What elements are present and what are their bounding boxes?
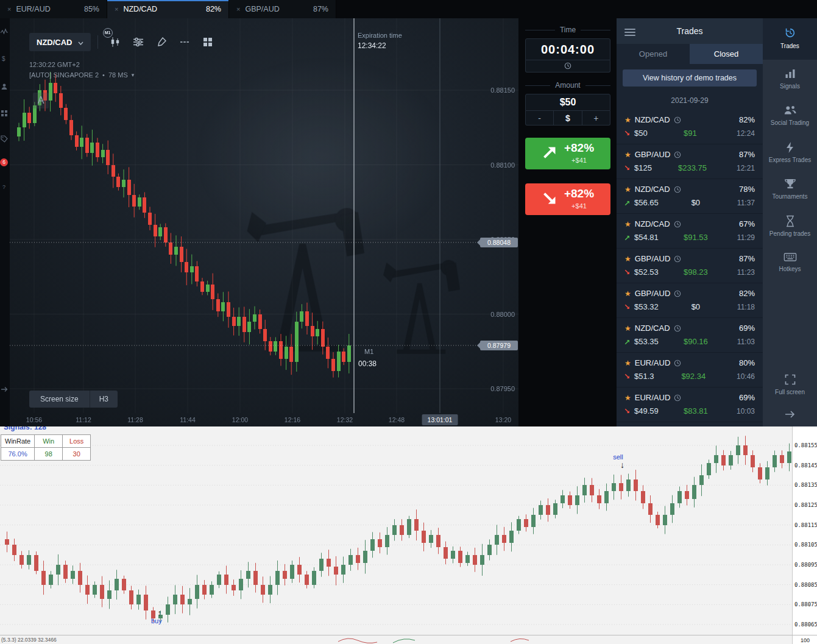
tab-payout-percent: 82%	[206, 5, 221, 13]
trade-percent: 87%	[739, 254, 755, 263]
trade-asset: NZD/CAD	[635, 324, 670, 333]
star-icon: ★	[624, 255, 631, 263]
zoom-preset-button[interactable]: H3	[90, 391, 118, 408]
server-name-label: [AUTO] SINGAPORE 2	[29, 71, 99, 79]
sidebar-item-label: Pending trades	[769, 230, 810, 238]
time-axis-label: 11:12	[76, 416, 91, 423]
time-label: Time	[560, 26, 576, 34]
trade-row[interactable]: ★GBP/AUD82%$53.32$011:18	[617, 283, 763, 318]
trade-row[interactable]: ★GBP/AUD87%$125$233.7512:21	[617, 144, 763, 179]
time-axis[interactable]: 10:5611:1211:2811:4412:0012:1612:3212:48…	[10, 413, 518, 426]
sidebar-item-pending-trades[interactable]: Pending trades	[763, 209, 817, 244]
trade-row[interactable]: ★GBP/AUD87%$52.53$98.2311:23	[617, 249, 763, 283]
fullscreen-button[interactable]: Full screen	[763, 367, 817, 403]
trade-row[interactable]: ★NZD/CAD69%$53.35$90.1611:03	[617, 318, 763, 353]
dollar-icon[interactable]: $	[1, 54, 8, 65]
trades-date: 2021-09-29	[617, 90, 763, 110]
direction-down-icon	[624, 373, 631, 380]
tag-icon[interactable]	[1, 134, 8, 145]
winrate-value: 98	[35, 448, 63, 461]
close-tab-icon[interactable]: ×	[236, 5, 240, 13]
trade-time: 11:23	[727, 268, 755, 277]
trade-time: 11:03	[727, 338, 755, 346]
screen-size-button[interactable]: Screen size	[29, 391, 90, 408]
drawing-tools-button[interactable]	[151, 33, 172, 51]
trade-row[interactable]: ★NZD/CAD78%$56.65$011:37	[617, 179, 763, 214]
sell-payout: +$41	[571, 202, 587, 210]
apps-icon[interactable]	[1, 108, 8, 119]
main-chart[interactable]: 0.881500.881000.880500.880000.87950 0.88…	[10, 18, 518, 426]
time-axis-label: 13:20	[495, 416, 511, 423]
sidebar-item-tournaments[interactable]: Tournaments	[763, 172, 817, 207]
star-icon: ★	[624, 116, 631, 124]
signals-count-label: Signals: 128	[4, 426, 46, 431]
amount-input[interactable]: $50	[525, 94, 610, 111]
zoom-controls: Screen size H3	[29, 391, 118, 408]
price-scale-label: 0.88115	[794, 522, 817, 528]
trade-row[interactable]: ★NZD/CAD82%$50$9112:24	[617, 110, 763, 144]
buy-label: buy	[151, 617, 162, 625]
analysis-chart[interactable]: Signals: 128 WinRateWinLoss76.0%9830 ↑ b…	[0, 426, 817, 644]
sidebar-item-express-trades[interactable]: Express Trades	[763, 135, 817, 171]
tab-opened[interactable]: Opened	[617, 44, 690, 64]
server-info[interactable]: [AUTO] SINGAPORE 2 • 78 MS ▾	[29, 71, 134, 79]
help-icon[interactable]: ?	[1, 182, 8, 193]
server-clock: 12:30:22 GMT+2	[29, 61, 80, 68]
trade-profit: $92.34	[658, 372, 723, 381]
sidebar-item-social-trading[interactable]: Social Trading	[763, 98, 817, 133]
user-icon[interactable]	[1, 82, 8, 93]
chart-settings-button[interactable]	[128, 33, 149, 51]
collapse-sidebar-button[interactable]	[763, 404, 817, 425]
expand-toolbar-icon[interactable]	[1, 384, 8, 395]
layout-button[interactable]	[197, 33, 218, 51]
trade-row[interactable]: ★EUR/AUD69%$49.59$83.8110:03	[617, 387, 763, 422]
close-tab-icon[interactable]: ×	[115, 5, 118, 13]
candle-timeframe-label: M1	[364, 348, 373, 355]
analysis-candlestick-plot[interactable]	[0, 426, 792, 644]
sidebar-item-hotkeys[interactable]: Hotkeys	[763, 246, 817, 280]
amount-increase-button[interactable]: +	[582, 111, 610, 125]
close-tab-icon[interactable]: ×	[7, 5, 11, 13]
time-picker-button[interactable]	[525, 60, 610, 73]
asset-tab-eur-aud[interactable]: ×EUR/AUD85%	[0, 0, 107, 18]
symbol-selector[interactable]: NZD/CAD	[29, 33, 91, 51]
notification-badge: 6	[0, 158, 8, 166]
asset-tab-gbp-aud[interactable]: ×GBP/AUD87%	[229, 0, 336, 18]
sidebar-items: TradesSignalsSocial TradingExpress Trade…	[763, 18, 817, 281]
trade-amount: $53.35	[634, 337, 659, 346]
tab-closed[interactable]: Closed	[690, 44, 763, 64]
sidebar-item-label: Signals	[780, 83, 800, 91]
trade-percent: 69%	[739, 324, 755, 333]
price-scale-label: 0.88145	[794, 462, 817, 469]
sidebar-item-label: Express Trades	[769, 157, 811, 165]
sidebar-item-signals[interactable]: Signals	[763, 62, 817, 97]
timeframe-badge: M1	[103, 28, 113, 38]
current-price-badge: 0.87979	[480, 341, 518, 350]
trade-percent: 82%	[739, 289, 755, 298]
sell-signal-marker: sell ↓	[612, 453, 624, 469]
symbol-label: NZD/CAD	[37, 38, 73, 47]
amount-label: Amount	[555, 81, 580, 90]
trade-percent: 69%	[739, 393, 755, 402]
buy-button[interactable]: +82% +$41	[525, 138, 610, 169]
sidebar-item-label: Trades	[780, 43, 799, 51]
asset-tab-nzd-cad[interactable]: ×NZD/CAD82%	[107, 0, 229, 18]
direction-down-icon	[624, 165, 631, 171]
trade-row[interactable]: ★NZD/CAD67%$54.81$91.5311:29	[617, 214, 763, 249]
view-history-button[interactable]: View history of demo trades	[623, 69, 757, 87]
star-icon: ★	[624, 289, 631, 298]
expiration-time-input[interactable]: 00:04:00	[525, 38, 610, 60]
svg-text:?: ?	[2, 184, 5, 190]
trade-row[interactable]: ★EUR/AUD80%$51.3$92.3410:46	[617, 353, 763, 387]
amount-decrease-button[interactable]: -	[526, 111, 553, 125]
chart-type-button[interactable]	[174, 33, 195, 51]
sell-button[interactable]: +82% +$41	[525, 183, 610, 215]
trade-time: 10:46	[727, 372, 755, 381]
pulse-icon[interactable]	[1, 27, 8, 38]
amount-currency-button[interactable]: $	[553, 111, 581, 125]
time-axis-label: 11:28	[127, 416, 143, 423]
amount-controls: - $ +	[525, 111, 610, 126]
indicators-button[interactable]: M1	[105, 33, 126, 51]
menu-icon[interactable]	[624, 27, 635, 38]
sidebar-item-trades[interactable]: Trades	[763, 18, 817, 60]
